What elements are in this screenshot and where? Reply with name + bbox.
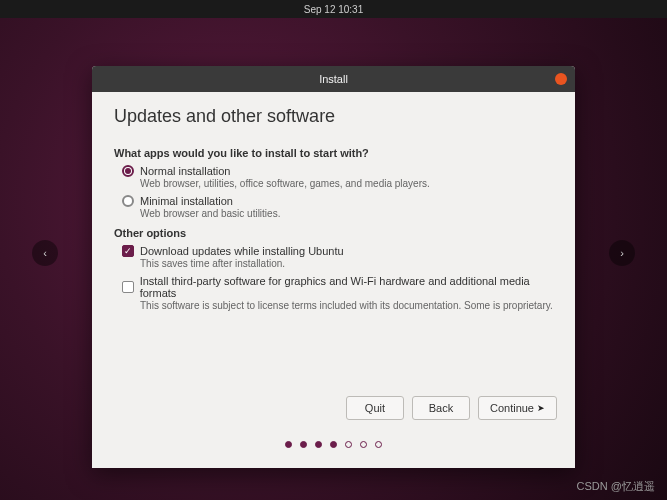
- window-titlebar: Install: [92, 66, 575, 92]
- top-menu-bar: Sep 12 10:31: [0, 0, 667, 18]
- installer-content: Updates and other software What apps wou…: [92, 92, 575, 327]
- back-button[interactable]: Back: [412, 396, 470, 420]
- progress-dot: [360, 441, 367, 448]
- radio-icon: [122, 165, 134, 177]
- progress-dot: [300, 441, 307, 448]
- option-label: Install third-party software for graphic…: [140, 275, 553, 299]
- option-description: This saves time after installation.: [140, 258, 553, 269]
- button-label: Continue: [490, 402, 534, 414]
- option-normal-installation[interactable]: Normal installation Web browser, utiliti…: [122, 165, 553, 189]
- progress-dot: [375, 441, 382, 448]
- section-other-heading: Other options: [114, 227, 553, 239]
- quit-button[interactable]: Quit: [346, 396, 404, 420]
- option-description: Web browser, utilities, office software,…: [140, 178, 553, 189]
- progress-dots: [92, 441, 575, 448]
- option-label: Minimal installation: [140, 195, 233, 207]
- window-title: Install: [319, 73, 348, 85]
- option-label: Normal installation: [140, 165, 230, 177]
- continue-button[interactable]: Continue ➤: [478, 396, 557, 420]
- chevron-left-icon: ‹: [43, 247, 47, 259]
- option-download-updates[interactable]: Download updates while installing Ubuntu…: [122, 245, 553, 269]
- watermark-text: CSDN @忆逍遥: [577, 479, 655, 494]
- option-description: Web browser and basic utilities.: [140, 208, 553, 219]
- button-label: Quit: [365, 402, 385, 414]
- option-description: This software is subject to license term…: [140, 300, 553, 311]
- close-icon[interactable]: [555, 73, 567, 85]
- section-apps-heading: What apps would you like to install to s…: [114, 147, 553, 159]
- cursor-icon: ➤: [537, 403, 545, 413]
- option-label: Download updates while installing Ubuntu: [140, 245, 344, 257]
- checkbox-icon: [122, 245, 134, 257]
- option-minimal-installation[interactable]: Minimal installation Web browser and bas…: [122, 195, 553, 219]
- clock-text: Sep 12 10:31: [304, 4, 364, 15]
- progress-dot: [315, 441, 322, 448]
- button-label: Back: [429, 402, 453, 414]
- installer-window: Install Updates and other software What …: [92, 66, 575, 468]
- chevron-right-icon: ›: [620, 247, 624, 259]
- option-third-party[interactable]: Install third-party software for graphic…: [122, 275, 553, 311]
- carousel-prev-button[interactable]: ‹: [32, 240, 58, 266]
- progress-dot: [345, 441, 352, 448]
- radio-icon: [122, 195, 134, 207]
- progress-dot: [285, 441, 292, 448]
- checkbox-icon: [122, 281, 134, 293]
- progress-dot: [330, 441, 337, 448]
- dialog-button-row: Quit Back Continue ➤: [346, 396, 557, 420]
- page-title: Updates and other software: [114, 106, 553, 127]
- carousel-next-button[interactable]: ›: [609, 240, 635, 266]
